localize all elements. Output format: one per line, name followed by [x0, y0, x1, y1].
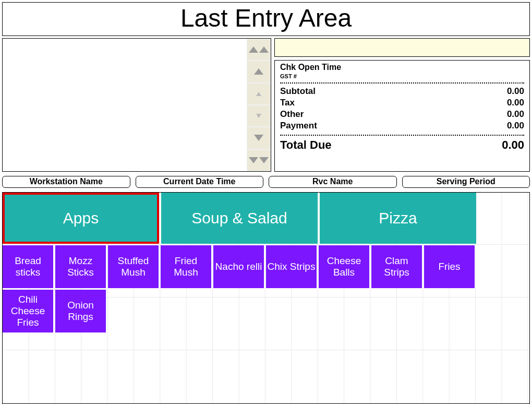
scroll-down-button[interactable]	[247, 127, 271, 149]
message-bar	[274, 38, 530, 57]
scroll-top-button[interactable]	[247, 39, 271, 61]
item-chili-cheese-fries[interactable]: Chili Cheese Fries	[3, 290, 53, 332]
info-row: Workstation Name Current Date Time Rvc N…	[2, 176, 530, 188]
category-pizza[interactable]: Pizza	[320, 193, 476, 244]
page-title: Last Entry Area	[2, 2, 530, 36]
item-cheese-balls[interactable]: Cheese Balls	[319, 245, 369, 288]
other-line: Other 0.00	[280, 109, 524, 120]
scroll-bottom-button[interactable]	[247, 149, 271, 171]
subtotal-line: Subtotal 0.00	[280, 86, 524, 97]
item-onion-rings[interactable]: Onion Rings	[55, 290, 106, 332]
scroll-buttons	[247, 39, 271, 171]
subtotal-label: Subtotal	[280, 86, 316, 97]
small-up-icon	[256, 92, 261, 96]
other-value: 0.00	[507, 109, 524, 120]
category-row: Apps Soup & Salad Pizza	[3, 193, 529, 244]
check-summary: Chk Open Time GST # Subtotal 0.00 Tax 0.…	[274, 60, 530, 172]
double-up-icon	[249, 46, 269, 53]
small-down-icon	[256, 114, 261, 118]
item-clam-strips[interactable]: Clam Strips	[371, 245, 422, 288]
scroll-up-small-button[interactable]	[247, 83, 271, 105]
payment-label: Payment	[280, 120, 317, 132]
rvc-name: Rvc Name	[269, 176, 397, 188]
order-list-panel	[2, 38, 271, 172]
up-icon	[254, 68, 263, 75]
payment-line: Payment 0.00	[280, 120, 524, 132]
total-due-line: Total Due 0.00	[280, 138, 524, 153]
tax-line: Tax 0.00	[280, 97, 524, 109]
scroll-up-button[interactable]	[247, 61, 271, 82]
gst-label: GST #	[280, 73, 524, 79]
scroll-down-small-button[interactable]	[247, 105, 271, 127]
item-row-2: Chili Cheese Fries Onion Rings	[3, 290, 529, 332]
check-open-time-label: Chk Open Time	[280, 63, 524, 72]
tax-value: 0.00	[507, 97, 524, 109]
item-fried-mush[interactable]: Fried Mush	[161, 245, 211, 288]
total-due-value: 0.00	[502, 138, 524, 153]
item-bread-sticks[interactable]: Bread sticks	[3, 245, 53, 288]
item-fries[interactable]: Fries	[424, 245, 475, 288]
order-list[interactable]	[3, 39, 247, 171]
item-row-1: Bread sticks Mozz Sticks Stuffed Mush Fr…	[3, 245, 529, 288]
current-date-time: Current Date Time	[136, 176, 264, 188]
menu-grid: Apps Soup & Salad Pizza Bread sticks Moz…	[2, 192, 530, 404]
other-label: Other	[280, 109, 304, 120]
category-apps[interactable]: Apps	[3, 193, 159, 244]
category-soup-salad[interactable]: Soup & Salad	[161, 193, 318, 244]
double-down-icon	[249, 157, 269, 163]
item-chix-strips[interactable]: Chix Strips	[266, 245, 317, 288]
workstation-name: Workstation Name	[2, 176, 130, 188]
payment-value: 0.00	[507, 120, 524, 132]
down-icon	[254, 135, 263, 141]
divider	[280, 82, 524, 84]
item-stuffed-mush[interactable]: Stuffed Mush	[108, 245, 159, 288]
divider	[280, 135, 524, 136]
item-mozz-sticks[interactable]: Mozz Sticks	[55, 245, 106, 288]
subtotal-value: 0.00	[507, 86, 524, 97]
item-nacho-relli[interactable]: Nacho relli	[213, 245, 264, 288]
serving-period: Serving Period	[402, 176, 530, 188]
tax-label: Tax	[280, 97, 295, 109]
total-due-label: Total Due	[280, 138, 332, 153]
